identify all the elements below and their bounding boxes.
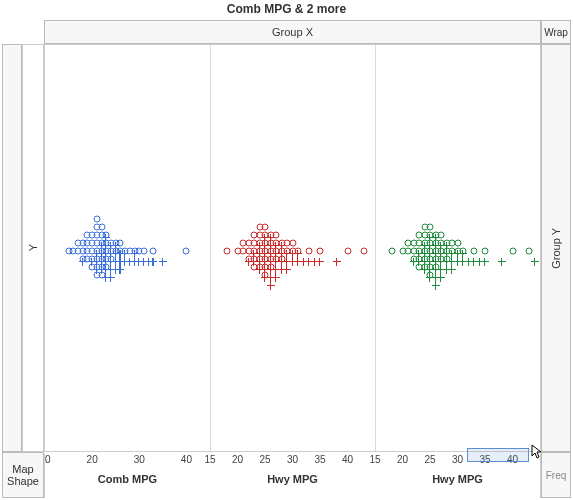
cursor-icon bbox=[531, 444, 543, 460]
marker-plus[interactable] bbox=[112, 242, 120, 250]
marker-circle[interactable] bbox=[427, 223, 434, 230]
marker-plus[interactable] bbox=[498, 258, 506, 266]
marker-circle[interactable] bbox=[306, 247, 313, 254]
marker-plus[interactable] bbox=[278, 242, 286, 250]
marker-plus[interactable] bbox=[531, 258, 539, 266]
marker-plus[interactable] bbox=[432, 234, 440, 242]
marker-circle[interactable] bbox=[526, 247, 533, 254]
marker-plus[interactable] bbox=[149, 258, 157, 266]
marker-circle[interactable] bbox=[141, 247, 148, 254]
marker-circle[interactable] bbox=[223, 247, 230, 254]
selection-rect bbox=[467, 448, 529, 462]
marker-circle[interactable] bbox=[482, 247, 489, 254]
wrap-label: Wrap bbox=[544, 27, 568, 38]
group-y-label: Group Y bbox=[550, 228, 562, 269]
marker-plus[interactable] bbox=[294, 250, 302, 258]
marker-circle[interactable] bbox=[289, 239, 296, 246]
marker-plus[interactable] bbox=[437, 274, 445, 282]
marker-plus[interactable] bbox=[481, 258, 489, 266]
marker-circle[interactable] bbox=[388, 247, 395, 254]
map-label: Map bbox=[12, 463, 33, 475]
freq-dropzone[interactable]: Freq bbox=[541, 452, 571, 498]
marker-plus[interactable] bbox=[159, 258, 167, 266]
marker-circle[interactable] bbox=[344, 247, 351, 254]
freq-label: Freq bbox=[546, 470, 567, 481]
marker-plus[interactable] bbox=[121, 250, 129, 258]
marker-circle[interactable] bbox=[183, 247, 190, 254]
marker-circle[interactable] bbox=[509, 247, 516, 254]
marker-plus[interactable] bbox=[267, 234, 275, 242]
marker-circle[interactable] bbox=[262, 223, 269, 230]
shape-label: Shape bbox=[7, 475, 39, 487]
marker-plus[interactable] bbox=[131, 250, 139, 258]
marker-plus[interactable] bbox=[316, 258, 324, 266]
marker-plus[interactable] bbox=[459, 250, 467, 258]
marker-plus[interactable] bbox=[432, 282, 440, 290]
marker-circle[interactable] bbox=[471, 247, 478, 254]
chart-title: Comb MPG & 2 more bbox=[0, 0, 573, 16]
y-axis-label: Y bbox=[22, 44, 44, 452]
marker-circle[interactable] bbox=[150, 247, 157, 254]
wrap-dropzone[interactable]: Wrap bbox=[541, 20, 571, 44]
y-dropzone[interactable] bbox=[2, 44, 22, 452]
marker-circle[interactable] bbox=[98, 223, 105, 230]
marker-plus[interactable] bbox=[333, 258, 341, 266]
marker-plus[interactable] bbox=[102, 234, 110, 242]
marker-plus[interactable] bbox=[283, 266, 291, 274]
map-shape-dropzone[interactable]: Map Shape bbox=[2, 452, 44, 498]
group-x-label: Group X bbox=[272, 26, 313, 38]
marker-circle[interactable] bbox=[361, 247, 368, 254]
marker-circle[interactable] bbox=[93, 215, 100, 222]
marker-plus[interactable] bbox=[443, 242, 451, 250]
marker-circle[interactable] bbox=[454, 239, 461, 246]
group-y-dropzone[interactable]: Group Y bbox=[541, 44, 571, 452]
plot-area[interactable]: Comb MPG10203040Hwy MPG152025303540Hwy M… bbox=[44, 44, 541, 452]
marker-plus[interactable] bbox=[272, 274, 280, 282]
marker-plus[interactable] bbox=[448, 266, 456, 274]
group-x-dropzone[interactable]: Group X bbox=[44, 20, 541, 44]
marker-plus[interactable] bbox=[107, 274, 115, 282]
marker-plus[interactable] bbox=[116, 266, 124, 274]
marker-plus[interactable] bbox=[267, 282, 275, 290]
marker-plus[interactable] bbox=[79, 258, 87, 266]
marker-circle[interactable] bbox=[317, 247, 324, 254]
